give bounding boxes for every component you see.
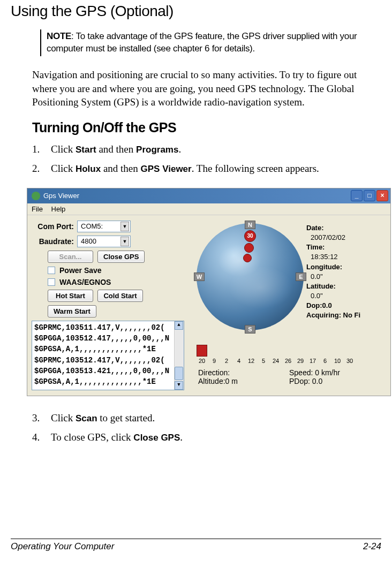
date-value: 2007/02/02 xyxy=(311,233,360,243)
gps-viewer-window: Gps Viewer _ □ × File Help Com Port: COM… xyxy=(27,188,391,396)
step-list-continued: 3. Click Scan to get started. 4. To clos… xyxy=(32,412,381,443)
scroll-thumb[interactable] xyxy=(175,367,183,380)
comport-label: Com Port: xyxy=(32,222,77,231)
step-number: 1. xyxy=(32,143,51,155)
time-value: 18:35:12 xyxy=(311,252,360,262)
baudrate-combo[interactable]: 4800 ▼ xyxy=(77,236,131,247)
compass-w: W xyxy=(194,272,205,281)
step-number: 2. xyxy=(32,163,51,175)
waas-label: WAAS/EGNOS xyxy=(59,278,111,286)
step-text: Click Scan to get started. xyxy=(51,412,381,424)
speed-value: 0 km/hr xyxy=(315,368,340,377)
pdop-value: 0.0 xyxy=(312,377,322,385)
note-label: NOTE xyxy=(47,31,71,41)
note-box: NOTE: To take advantage of the GPS featu… xyxy=(40,29,371,56)
window-controls: _ □ × xyxy=(351,190,388,201)
app-icon xyxy=(32,192,40,200)
warm-start-button[interactable]: Warm Start xyxy=(48,305,96,317)
window-title: Gps Viewer xyxy=(43,192,79,200)
baudrate-label: Baudrate: xyxy=(32,237,77,246)
scroll-up-icon[interactable]: ▲ xyxy=(175,321,183,330)
close-gps-button[interactable]: Close GPS xyxy=(97,251,145,263)
compass-n: N xyxy=(245,221,255,229)
nmea-output[interactable]: $GPRMC,103511.417,V,,,,,,,02( $GPGGA,103… xyxy=(32,321,184,390)
satellite-marker: 30 xyxy=(244,230,256,242)
maximize-button[interactable]: □ xyxy=(364,190,375,201)
date-label: Date: xyxy=(306,223,360,233)
minimize-button[interactable]: _ xyxy=(351,190,363,201)
chevron-down-icon[interactable]: ▼ xyxy=(120,222,129,231)
satellite-sky-view: N S W E 30 Date: 2007/02/02 Time: 18:35:… xyxy=(194,221,381,333)
step-text: To close GPS, click Close GPS. xyxy=(51,431,381,443)
satellite-marker xyxy=(243,254,252,262)
compass-e: E xyxy=(296,272,306,281)
compass-s: S xyxy=(245,325,255,334)
acquiring-status: Acquiring: No Fi xyxy=(306,310,360,320)
info-panel: Date: 2007/02/02 Time: 18:35:12 Longitud… xyxy=(306,223,360,321)
speed-label: Speed: xyxy=(289,368,313,377)
page-footer: Operating Your Computer 2-24 xyxy=(11,539,381,552)
time-label: Time: xyxy=(306,243,360,252)
close-button[interactable]: × xyxy=(376,190,388,201)
menu-help[interactable]: Help xyxy=(51,205,66,213)
cold-start-button[interactable]: Cold Start xyxy=(97,290,143,302)
power-save-checkbox[interactable] xyxy=(48,267,55,274)
waas-checkbox[interactable] xyxy=(48,278,55,286)
step-number: 3. xyxy=(32,412,51,424)
altitude-label: Altitude: xyxy=(198,377,225,385)
altitude-value: 0 m xyxy=(225,377,238,385)
chevron-down-icon[interactable]: ▼ xyxy=(120,237,129,246)
section-subtitle: Turning On/Off the GPS xyxy=(32,120,381,135)
note-text: : To take advantage of the GPS feature, … xyxy=(47,31,357,54)
footer-left: Operating Your Computer xyxy=(11,541,114,552)
dop-value: 0.0 xyxy=(322,301,332,309)
scroll-down-icon[interactable]: ▼ xyxy=(175,381,183,390)
power-save-label: Power Save xyxy=(59,266,102,275)
satellite-signal-bars: 20 9 2 4 12 5 24 26 29 17 6 10 30 xyxy=(194,337,386,364)
latitude-label: Latitude: xyxy=(306,282,360,291)
scrollbar[interactable]: ▲ ▼ xyxy=(174,321,184,390)
bottom-info: Direction: Altitude:0 m Speed: 0 km/hr P… xyxy=(194,368,386,385)
step-1: 1. Click Start and then Programs. xyxy=(32,143,381,155)
menubar: File Help xyxy=(27,203,390,215)
step-list: 1. Click Start and then Programs. 2. Cli… xyxy=(32,143,381,175)
step-3: 3. Click Scan to get started. xyxy=(32,412,381,424)
comport-combo[interactable]: COM5: ▼ xyxy=(77,221,131,232)
step-number: 4. xyxy=(32,431,51,443)
menu-file[interactable]: File xyxy=(32,205,43,213)
footer-right: 2-24 xyxy=(363,541,381,552)
step-2: 2. Click Holux and then GPS Viewer. The … xyxy=(32,163,381,175)
latitude-value: 0.0" xyxy=(311,291,360,301)
step-text: Click Holux and then GPS Viewer. The fol… xyxy=(51,163,381,175)
longitude-label: Longitude: xyxy=(306,262,360,272)
longitude-value: 0.0" xyxy=(311,272,360,282)
pdop-label: PDop: xyxy=(289,377,310,385)
scan-button[interactable]: Scan... xyxy=(48,251,93,263)
page-title: Using the GPS (Optional) xyxy=(11,3,381,20)
step-text: Click Start and then Programs. xyxy=(51,143,381,155)
dop-label: Dop: xyxy=(306,301,322,309)
direction-label: Direction: xyxy=(198,368,230,377)
step-4: 4. To close GPS, click Close GPS. xyxy=(32,431,381,443)
titlebar: Gps Viewer _ □ × xyxy=(27,188,390,203)
intro-paragraph: Navigation and positioning are crucial t… xyxy=(32,68,376,109)
hot-start-button[interactable]: Hot Start xyxy=(48,290,93,302)
satellite-marker xyxy=(244,243,254,253)
